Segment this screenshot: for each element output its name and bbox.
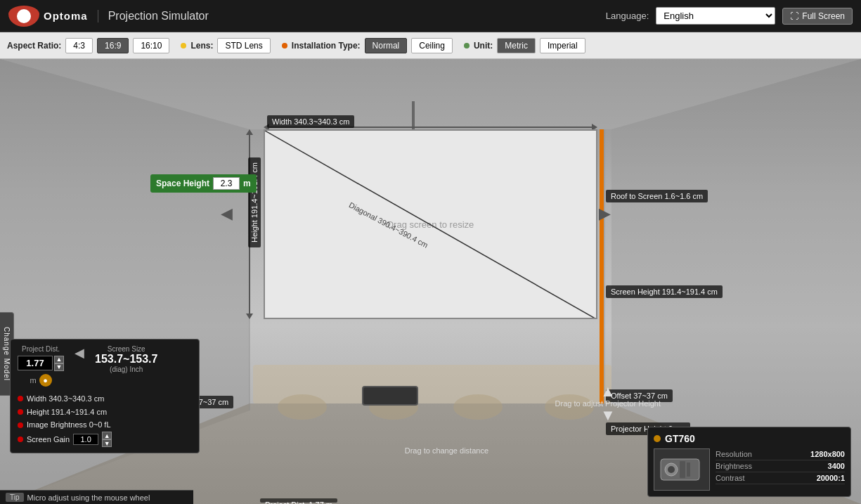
install-dot-icon (282, 43, 287, 49)
tip-text: Micro adjust using the mouse wheel (27, 493, 150, 502)
aspect-1610-button[interactable]: 16:10 (133, 38, 169, 53)
unit-group: Unit: Metric Imperial (464, 38, 585, 53)
main-area: Width 340.3~340.3 cm Height 191.4~191.4 … (0, 59, 861, 504)
header: Optoma Projection Simulator Language: En… (0, 0, 861, 32)
drag-proj-height-hint: ▲ Drag to adjust Projector Height ▼ (555, 384, 661, 423)
spec-brightness-row: Brightness 3400 (716, 460, 845, 472)
model-dot-icon (654, 435, 661, 442)
language-select[interactable]: English (656, 7, 775, 25)
projector-on-floor (362, 386, 418, 406)
proj-stats: Width 340.3~340.3 cm Height 191.4~191.4 … (18, 392, 192, 447)
height-arrow-down (246, 314, 253, 319)
screen-gain-input[interactable] (73, 434, 98, 445)
brightness-value: 3400 (828, 462, 845, 470)
unit-label: Unit: (474, 41, 493, 51)
screen-size-unit: (diag) Inch (110, 366, 143, 373)
screen-size-label: Screen Size (108, 345, 145, 353)
unit-metric-button[interactable]: Metric (497, 38, 536, 53)
gain-up[interactable]: ▲ (102, 432, 112, 439)
aspect-43-button[interactable]: 4:3 (65, 38, 93, 53)
height-label: Height 191.4~191.4 cm (248, 157, 261, 247)
svg-point-14 (668, 466, 675, 473)
drag-screen-hint: Drag screen to resize (387, 219, 474, 230)
space-height-label: Space Height (156, 179, 209, 188)
spec-contrast-row: Contrast 20000:1 (716, 472, 845, 484)
screen-size-value: 153.7~153.7 (95, 353, 157, 366)
stat-brightness-dot (18, 422, 23, 428)
gain-down[interactable]: ▼ (102, 439, 112, 447)
panel-divider[interactable]: ◀ (71, 345, 88, 361)
orange-measurement-bar (600, 129, 604, 403)
proj-dist-down[interactable]: ▼ (54, 363, 64, 371)
aspect-ratio-group: Aspect Ratio: 4:3 16:9 16:10 (7, 38, 169, 53)
stat-height-dot (18, 409, 23, 415)
projector-shape (362, 386, 418, 406)
language-label: Language: (606, 11, 649, 21)
lens-label: Lens: (190, 41, 213, 51)
proj-dist-up[interactable]: ▲ (54, 356, 64, 363)
stat-brightness-text: Image Brightness 0~0 fL (27, 418, 111, 432)
lens-button[interactable]: STD Lens (217, 38, 270, 53)
proj-dist-group-label: Project Dist. (22, 345, 60, 353)
tip-label: Tip (6, 493, 24, 502)
unit-dot-icon (464, 43, 470, 49)
stat-width-row: Width 340.3~340.3 cm (18, 392, 192, 406)
optoma-swoosh-icon (8, 6, 39, 27)
proj-dist-input[interactable] (18, 356, 53, 370)
down-arrow-icon: ▼ (555, 408, 661, 423)
aspect-169-button[interactable]: 16:9 (97, 38, 129, 53)
stat-gain-dot (18, 437, 23, 442)
stat-height-text: Height 191.4~191.4 cm (27, 406, 107, 419)
gain-label: Screen Gain (27, 433, 70, 446)
svg-rect-16 (687, 463, 690, 477)
proj-dist-spinner: ▲ ▼ (54, 356, 64, 371)
screen-container[interactable]: Drag screen to resize (264, 129, 597, 319)
drag-distance-hint: Drag to change distance (405, 446, 488, 455)
fullscreen-icon: ⛶ (790, 11, 798, 21)
install-label: Installation Type: (292, 41, 361, 51)
width-label: Width 340.3~340.3 cm (267, 115, 354, 128)
optoma-logo: Optoma (8, 6, 88, 27)
optoma-wordmark: Optoma (44, 10, 88, 22)
screen-size-group: Screen Size 153.7~153.7 (diag) Inch (95, 345, 157, 373)
toolbar: Aspect Ratio: 4:3 16:9 16:10 Lens: STD L… (0, 32, 861, 59)
proj-model-name: GT760 (654, 433, 845, 444)
stat-width-text: Width 340.3~340.3 cm (27, 392, 104, 406)
fullscreen-button[interactable]: ⛶ Full Screen (782, 8, 853, 25)
header-right: Language: English ⛶ Full Screen (606, 7, 853, 25)
stat-height-row: Height 191.4~191.4 cm (18, 406, 192, 419)
proj-content: Resolution 1280x800 Brightness 3400 Cont… (654, 448, 845, 491)
proj-dist-hint-icon[interactable]: ● (39, 374, 52, 387)
svg-point-5 (278, 394, 327, 420)
right-arrow-icon: ▶ (599, 205, 611, 223)
gain-spinner: ▲ ▼ (102, 432, 112, 447)
contrast-value: 20000:1 (817, 474, 845, 482)
svg-point-7 (453, 394, 503, 420)
space-height-input[interactable] (213, 177, 240, 190)
resolution-label: Resolution (716, 450, 752, 458)
install-type-group: Installation Type: Normal Ceiling (282, 38, 453, 53)
project-panel: Project Dist. ▲ ▼ m ● ◀ Screen Size (10, 339, 200, 453)
projection-screen[interactable]: Drag screen to resize (264, 129, 597, 319)
proj-dist-unit-row: m ● (30, 374, 51, 387)
resolution-value: 1280x800 (810, 450, 845, 458)
proj-dist-input-row: ▲ ▼ (18, 356, 64, 371)
install-normal-button[interactable]: Normal (365, 38, 408, 53)
unit-imperial-button[interactable]: Imperial (540, 38, 585, 53)
screen-right-arrow: ▶ (599, 205, 611, 223)
left-arrow-icon: ◀ (221, 205, 233, 223)
header-left: Optoma Projection Simulator (8, 6, 209, 27)
aspect-ratio-label: Aspect Ratio: (7, 41, 61, 51)
space-height-unit: m (243, 179, 251, 188)
lens-dot-icon (181, 43, 186, 49)
install-ceiling-button[interactable]: Ceiling (411, 38, 453, 53)
screen-width-arrows: ◀ (221, 205, 233, 223)
screen-height-label: Screen Height 191.4~191.4 cm (606, 285, 723, 298)
proj-panel-top: Project Dist. ▲ ▼ m ● ◀ Screen Size (18, 345, 192, 387)
app-title: Projection Simulator (98, 10, 209, 22)
stat-brightness-row: Image Brightness 0~0 fL (18, 418, 192, 432)
stat-width-dot (18, 396, 23, 401)
up-arrow-icon: ▲ (555, 384, 661, 399)
proj-dist-label: Project Dist. 1.77 m (260, 498, 337, 503)
screen-gain-row: Screen Gain ▲ ▼ (18, 432, 192, 447)
